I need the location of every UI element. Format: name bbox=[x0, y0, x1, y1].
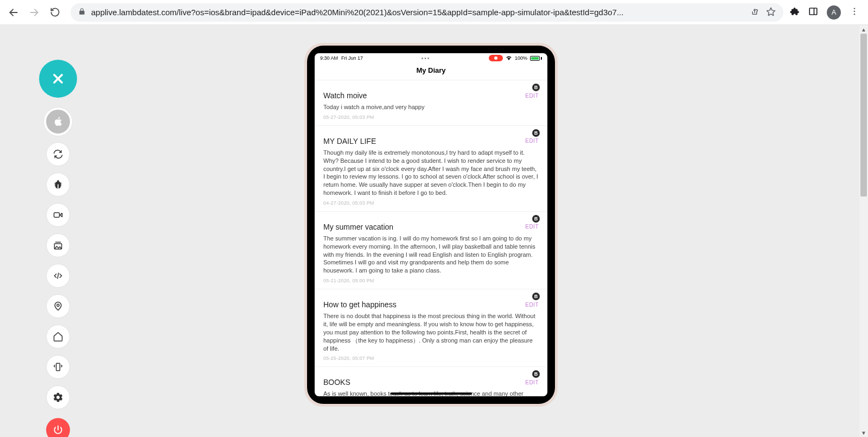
entry-badge-icon: B bbox=[532, 293, 540, 300]
share-icon[interactable] bbox=[750, 7, 760, 18]
svg-marker-11 bbox=[60, 213, 62, 217]
back-button[interactable] bbox=[4, 3, 23, 22]
ios-home-indicator[interactable] bbox=[391, 392, 472, 395]
home-button[interactable] bbox=[46, 325, 70, 349]
scroll-down-icon[interactable]: ▼ bbox=[861, 428, 866, 437]
wifi-icon bbox=[506, 55, 512, 61]
platform-apple-button[interactable] bbox=[44, 107, 72, 136]
svg-line-13 bbox=[58, 273, 59, 278]
entry-badge-icon: B bbox=[532, 129, 540, 137]
gallery-button[interactable] bbox=[46, 233, 70, 257]
page-scrollbar[interactable]: ▲ ▼ bbox=[859, 25, 868, 437]
settings-button[interactable] bbox=[46, 385, 70, 409]
location-button[interactable] bbox=[46, 294, 70, 318]
ios-status-bar: 9:30 AM Fri Jun 17 ••• 100% bbox=[315, 53, 547, 63]
kebab-menu-icon[interactable] bbox=[850, 7, 859, 18]
entry-timestamp: 05-27-2020, 05:03 PM bbox=[323, 115, 539, 120]
reload-button[interactable] bbox=[46, 3, 64, 22]
profile-avatar[interactable]: A bbox=[827, 5, 841, 20]
battery-icon bbox=[530, 56, 542, 61]
edit-button[interactable]: EDIT bbox=[525, 138, 539, 144]
diary-entry[interactable]: B MY DAILY LIFE EDIT Though my daily lif… bbox=[315, 126, 547, 212]
video-button[interactable] bbox=[46, 203, 70, 227]
entry-body: Though my daily life is extremely monoto… bbox=[323, 149, 539, 197]
diary-entry[interactable]: B How to get happiness EDIT There is no … bbox=[315, 289, 547, 367]
scroll-thumb[interactable] bbox=[860, 34, 867, 197]
entry-title: BOOKS bbox=[323, 378, 350, 387]
entry-timestamp: 05-25-2020, 05:07 PM bbox=[323, 356, 539, 361]
extensions-icon[interactable] bbox=[790, 7, 800, 18]
svg-rect-3 bbox=[809, 8, 817, 15]
svg-rect-15 bbox=[56, 363, 60, 370]
ipad-screen[interactable]: 9:30 AM Fri Jun 17 ••• 100% bbox=[315, 53, 547, 396]
entry-title: MY DAILY LIFE bbox=[323, 137, 376, 145]
side-rail bbox=[39, 60, 77, 437]
status-time: 9:30 AM bbox=[320, 55, 338, 61]
device-shake-button[interactable] bbox=[46, 355, 70, 379]
url-text: applive.lambdatest.com/live?os=ios&brand… bbox=[91, 8, 744, 17]
svg-point-7 bbox=[854, 13, 856, 15]
close-session-button[interactable] bbox=[39, 60, 77, 98]
rotate-button[interactable] bbox=[46, 142, 70, 166]
power-button[interactable] bbox=[46, 418, 70, 437]
edit-button[interactable]: EDIT bbox=[525, 93, 539, 99]
lock-icon bbox=[78, 8, 86, 17]
edit-button[interactable]: EDIT bbox=[525, 379, 539, 385]
entry-body: The summer vacation is ing. I will do my… bbox=[323, 235, 539, 275]
avatar-initial: A bbox=[832, 8, 837, 16]
star-icon[interactable] bbox=[766, 7, 776, 18]
browser-toolbar: applive.lambdatest.com/live?os=ios&brand… bbox=[0, 0, 868, 25]
svg-rect-10 bbox=[54, 213, 60, 217]
devtools-button[interactable] bbox=[46, 264, 70, 288]
diary-entry[interactable]: B Watch moive EDIT Today i watch a moive… bbox=[315, 80, 547, 126]
entry-timestamp: 04-27-2020, 05:03 PM bbox=[323, 200, 539, 206]
svg-point-5 bbox=[854, 8, 856, 9]
diary-entry[interactable]: B My summer vacation EDIT The summer vac… bbox=[315, 212, 547, 289]
entry-badge-icon: B bbox=[532, 84, 540, 91]
wifi-percent: 100% bbox=[515, 55, 527, 61]
edit-button[interactable]: EDIT bbox=[525, 224, 539, 230]
recording-indicator bbox=[489, 55, 503, 61]
entry-badge-icon: B bbox=[532, 215, 540, 223]
diary-entries: B Watch moive EDIT Today i watch a moive… bbox=[315, 80, 547, 396]
ipad-device-frame: 9:30 AM Fri Jun 17 ••• 100% bbox=[304, 43, 558, 407]
forward-button[interactable] bbox=[25, 3, 43, 22]
entry-timestamp: 05-21-2020, 05:00 PM bbox=[323, 278, 539, 283]
entry-badge-icon: B bbox=[532, 370, 540, 378]
multitask-dots[interactable]: ••• bbox=[422, 55, 431, 61]
panel-icon[interactable] bbox=[808, 7, 818, 18]
address-bar[interactable]: applive.lambdatest.com/live?os=ios&brand… bbox=[71, 3, 783, 22]
entry-body: There is no doubt that happiness is the … bbox=[323, 312, 539, 352]
edit-button[interactable]: EDIT bbox=[525, 302, 539, 308]
scroll-up-icon[interactable]: ▲ bbox=[861, 25, 866, 34]
diary-entry[interactable]: B BOOKS EDIT As is well known, books tea… bbox=[315, 367, 547, 396]
entry-title: How to get happiness bbox=[323, 300, 397, 309]
svg-point-6 bbox=[854, 10, 856, 12]
status-date: Fri Jun 17 bbox=[341, 55, 363, 61]
svg-point-14 bbox=[57, 304, 59, 306]
entry-title: My summer vacation bbox=[323, 223, 393, 231]
bug-button[interactable] bbox=[46, 173, 70, 197]
svg-marker-2 bbox=[767, 8, 775, 15]
app-title: My Diary bbox=[315, 63, 547, 80]
entry-body: Today i watch a moive,and very happy bbox=[323, 103, 539, 111]
workspace: 9:30 AM Fri Jun 17 ••• 100% bbox=[0, 25, 868, 437]
entry-title: Watch moive bbox=[323, 91, 367, 100]
